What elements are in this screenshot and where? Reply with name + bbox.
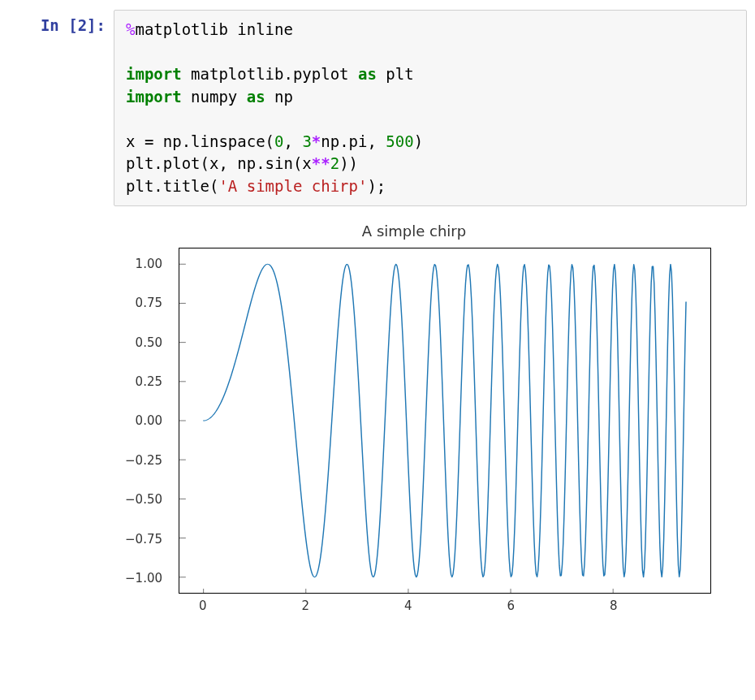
magic-name: matplotlib (135, 20, 227, 38)
input-prompt: In [2]: (8, 10, 114, 34)
op-star: * (312, 132, 321, 150)
prompt-prefix: In [ (41, 16, 78, 34)
y-tick-label: 0.50 (136, 335, 162, 350)
prompt-number: 2 (78, 16, 87, 34)
alias-plt: plt (386, 65, 413, 83)
plot-frame (179, 248, 711, 594)
y-axis: −1.00−0.75−0.50−0.250.000.250.500.751.00 (114, 244, 170, 616)
code-text: np.pi, (321, 132, 386, 150)
x-ticks (204, 589, 614, 593)
output-cell: A simple chirp −1.00−0.75−0.50−0.250.000… (0, 206, 755, 616)
y-tick-label: −0.25 (125, 453, 162, 468)
code-editor[interactable]: %matplotlib inline import matplotlib.pyp… (114, 10, 747, 206)
y-tick-label: −1.00 (125, 571, 162, 585)
x-axis: 02468 (179, 595, 711, 616)
num-literal: 0 (274, 132, 283, 150)
alias-np: np (274, 88, 293, 106)
x-tick-label: 4 (404, 598, 412, 613)
y-tick-label: 0.75 (136, 296, 162, 310)
op-pow: ** (312, 154, 330, 172)
y-tick-label: −0.50 (125, 492, 162, 507)
x-tick-label: 8 (610, 598, 618, 613)
y-ticks (179, 265, 186, 577)
y-tick-label: 1.00 (136, 257, 162, 271)
magic-arg: inline (237, 20, 293, 38)
code-text: ); (367, 177, 386, 195)
y-tick-label: −0.75 (125, 532, 162, 547)
kw-as: as (247, 88, 265, 106)
x-tick-label: 6 (507, 598, 516, 613)
plot-svg (179, 248, 710, 593)
chart: A simple chirp −1.00−0.75−0.50−0.250.000… (114, 219, 714, 616)
num-literal: 2 (330, 154, 339, 172)
x-tick-label: 2 (301, 598, 309, 613)
x-tick-label: 0 (199, 598, 207, 613)
num-literal: 3 (302, 132, 311, 150)
magic-percent: % (126, 20, 135, 38)
output-area: A simple chirp −1.00−0.75−0.50−0.250.000… (114, 211, 747, 616)
code-text: x = np.linspace( (126, 132, 274, 150)
code-text: plt.plot(x, np.sin(x (126, 154, 312, 172)
code-text: , (283, 132, 302, 150)
kw-import: import (126, 88, 182, 106)
code-text: ) (414, 132, 423, 150)
num-literal: 500 (386, 132, 413, 150)
kw-as: as (358, 65, 377, 83)
output-prompt (8, 211, 114, 218)
mod-mpl: matplotlib.pyplot (191, 65, 348, 83)
str-literal: 'A simple chirp' (218, 177, 367, 195)
chart-box: −1.00−0.75−0.50−0.250.000.250.500.751.00… (114, 244, 714, 616)
y-tick-label: 0.00 (136, 413, 162, 428)
mod-np: numpy (191, 88, 237, 106)
code-cell: In [2]: %matplotlib inline import matplo… (0, 10, 755, 206)
chirp-line (204, 265, 686, 577)
prompt-suffix: ]: (87, 16, 106, 34)
y-tick-label: 0.25 (136, 374, 162, 389)
kw-import: import (126, 65, 182, 83)
notebook: In [2]: %matplotlib inline import matplo… (0, 0, 755, 641)
chart-title: A simple chirp (114, 219, 714, 244)
code-text: )) (339, 154, 358, 172)
code-text: plt.title( (126, 177, 218, 195)
